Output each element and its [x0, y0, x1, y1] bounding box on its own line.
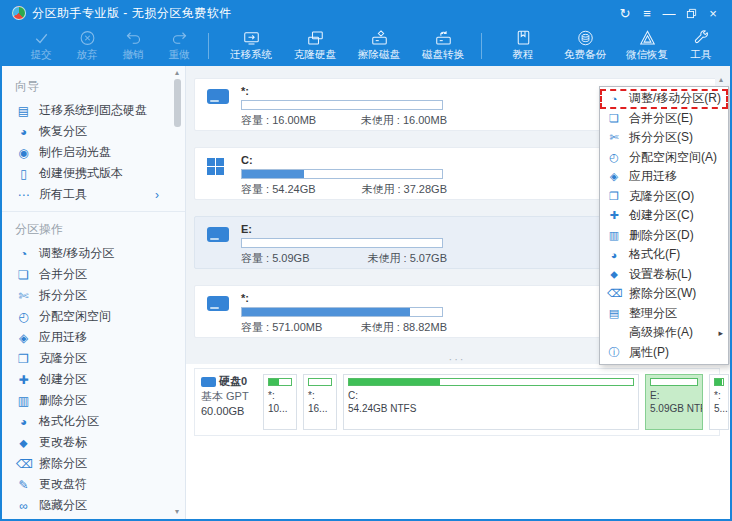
migrate-system-button[interactable]: 迁移系统	[219, 29, 283, 60]
volume-name: *:	[241, 292, 447, 305]
free-backup-icon	[576, 29, 595, 47]
partition-label: *:	[714, 389, 724, 402]
toolbar-separator	[481, 33, 482, 59]
clone-partition-icon: ❐	[607, 190, 621, 203]
menu-item-set-label[interactable]: ⬥ 设置卷标(L)	[600, 265, 728, 285]
change-label-icon: ⬥	[607, 268, 621, 281]
sidebar-item-merge-partition[interactable]: ❏ 合并分区	[2, 264, 185, 285]
hide-partition-icon: ∞	[16, 499, 31, 513]
change-label-icon: ⬥	[16, 436, 31, 450]
delete-partition-icon: ▥	[16, 394, 31, 408]
tools-button[interactable]: 工具	[678, 29, 724, 60]
volume-free: 未使用 : 88.82MB	[361, 320, 447, 335]
sidebar-item-check-partition[interactable]: ◎ 检查分区	[2, 516, 185, 519]
windows-logo-icon	[207, 158, 224, 175]
menu-item-clone[interactable]: ❐ 克隆分区(O)	[600, 187, 728, 207]
resize-move-icon: ◔	[16, 247, 31, 261]
sidebar-item-create-partition[interactable]: ✚ 创建分区	[2, 369, 185, 390]
sidebar-item-migrate-os-to-ssd[interactable]: ▤ 迁移系统到固态硬盘	[2, 100, 185, 121]
partition-block[interactable]: *: 16...	[303, 374, 337, 430]
clone-disk-icon	[306, 29, 325, 47]
resize-move-icon: ◔	[607, 93, 621, 105]
wipe-partition-icon: ⌫	[16, 457, 31, 471]
partition-block[interactable]: *: 5...	[709, 374, 729, 430]
volume-usage-bar	[241, 169, 443, 179]
sidebar-item-all-tools[interactable]: ⋯ 所有工具 ›	[2, 184, 185, 205]
partition-used-fill	[715, 379, 722, 385]
commit-button[interactable]: 提交	[18, 29, 64, 60]
sidebar-item-wipe-partition[interactable]: ⌫ 擦除分区	[2, 453, 185, 474]
format-partition-icon: ◕	[16, 415, 31, 429]
menu-item-format[interactable]: ◕ 格式化(F)	[600, 245, 728, 265]
sidebar-scrollbar-thumb[interactable]	[174, 79, 181, 127]
sidebar-item-change-label[interactable]: ⬥ 更改卷标	[2, 432, 185, 453]
sidebar-item-recover-partition[interactable]: ◕ 恢复分区	[2, 121, 185, 142]
wipe-disk-icon	[370, 29, 389, 47]
window-title: 分区助手专业版 - 无损分区免费软件	[32, 5, 232, 22]
partition-label: *:	[268, 389, 292, 402]
sidebar-item-resize-move[interactable]: ◔ 调整/移动分区	[2, 243, 185, 264]
minimize-button[interactable]: —	[658, 3, 680, 23]
restore-button[interactable]	[680, 3, 702, 23]
disk-convert-button[interactable]: 磁盘转换	[411, 29, 475, 60]
tutorial-icon	[514, 29, 533, 47]
merge-partition-icon: ❏	[16, 268, 31, 282]
free-backup-button[interactable]: 免费备份	[554, 29, 616, 60]
menu-item-advanced[interactable]: 高级操作(A) ▸	[600, 323, 728, 343]
sidebar-item-change-drive-letter[interactable]: ✎ 更改盘符	[2, 474, 185, 495]
menu-button[interactable]: ≡	[636, 3, 658, 23]
sidebar-item-allocate-free-space[interactable]: ◴ 分配空闲空间	[2, 306, 185, 327]
close-button[interactable]: ×	[702, 3, 724, 23]
sidebar-divider	[2, 211, 185, 212]
main-scroll-up-icon[interactable]: ▴	[715, 74, 727, 86]
menu-item-app-mover[interactable]: ◈ 应用迁移	[600, 167, 728, 187]
change-drive-letter-icon: ✎	[16, 478, 31, 492]
partition-block[interactable]: C: 54.24GB NTFS	[343, 374, 639, 430]
menu-item-allocate[interactable]: ◴ 分配空闲空间(A)	[600, 148, 728, 168]
bootable-media-icon: ◉	[16, 146, 31, 160]
volume-capacity: 容量 : 16.00MB	[241, 113, 316, 128]
menu-item-properties[interactable]: ⓘ 属性(P)	[600, 343, 728, 363]
partition-used-fill	[269, 379, 279, 385]
disk-overview: 硬盘0 基本 GPT 60.00GB *: 10... *: 16... C:	[194, 368, 720, 436]
sidebar-item-delete-partition[interactable]: ▥ 删除分区	[2, 390, 185, 411]
disk-size: 60.00GB	[201, 404, 257, 419]
migrate-system-icon	[242, 29, 261, 47]
volume-name: E:	[241, 223, 447, 236]
clone-partition-icon: ❐	[16, 352, 31, 366]
sidebar-item-format-partition[interactable]: ◕ 格式化分区	[2, 411, 185, 432]
disk-name: 硬盘0	[219, 374, 247, 389]
sidebar-scroll-down-icon[interactable]: ▾	[172, 507, 182, 516]
sidebar-item-bootable-media[interactable]: ◉ 制作启动光盘	[2, 142, 185, 163]
menu-item-resize-move[interactable]: ◔ 调整/移动分区(R)	[600, 89, 728, 109]
menu-item-wipe[interactable]: ⌫ 擦除分区(W)	[600, 284, 728, 304]
menu-item-create[interactable]: ✚ 创建分区(C)	[600, 206, 728, 226]
sidebar-item-split-partition[interactable]: ✄ 拆分分区	[2, 285, 185, 306]
redo-button[interactable]: 重做	[156, 29, 202, 60]
app-window: 分区助手专业版 - 无损分区免费软件 ↻ ≡ — × 提交 放弃 撤销 重做	[0, 0, 732, 521]
menu-item-delete[interactable]: ▥ 删除分区(D)	[600, 226, 728, 246]
clone-disk-button[interactable]: 克隆硬盘	[283, 29, 347, 60]
refresh-button[interactable]: ↻	[614, 3, 636, 23]
partition-size: 54.24GB NTFS	[348, 402, 634, 415]
undo-button[interactable]: 撤销	[110, 29, 156, 60]
menu-item-merge[interactable]: ❏ 合并分区(E)	[600, 109, 728, 129]
wechat-recovery-icon	[638, 29, 657, 47]
menu-item-split[interactable]: ✄ 拆分分区(S)	[600, 128, 728, 148]
tutorial-button[interactable]: 教程	[492, 29, 554, 60]
sidebar-item-clone-partition[interactable]: ❐ 克隆分区	[2, 348, 185, 369]
wipe-disk-button[interactable]: 擦除磁盘	[347, 29, 411, 60]
discard-button[interactable]: 放弃	[64, 29, 110, 60]
sidebar-item-app-mover[interactable]: ◈ 应用迁移	[2, 327, 185, 348]
sidebar-item-portable-version[interactable]: ▯ 创建便携式版本	[2, 163, 185, 184]
sidebar-item-hide-partition[interactable]: ∞ 隐藏分区	[2, 495, 185, 516]
sidebar-scroll-up-icon[interactable]: ▴	[172, 68, 182, 77]
wipe-partition-icon: ⌫	[607, 287, 621, 300]
sidebar: 向导 ▤ 迁移系统到固态硬盘 ◕ 恢复分区 ◉ 制作启动光盘 ▯ 创建便携式版本…	[2, 66, 186, 519]
wechat-recovery-button[interactable]: 微信恢复	[616, 29, 678, 60]
partition-block-selected[interactable]: E: 5.09GB NTFS	[645, 374, 703, 430]
partition-block[interactable]: *: 10...	[263, 374, 297, 430]
partition-size: 16...	[308, 402, 332, 415]
discard-icon	[78, 29, 97, 47]
menu-item-defrag[interactable]: ▤ 整理分区	[600, 304, 728, 324]
